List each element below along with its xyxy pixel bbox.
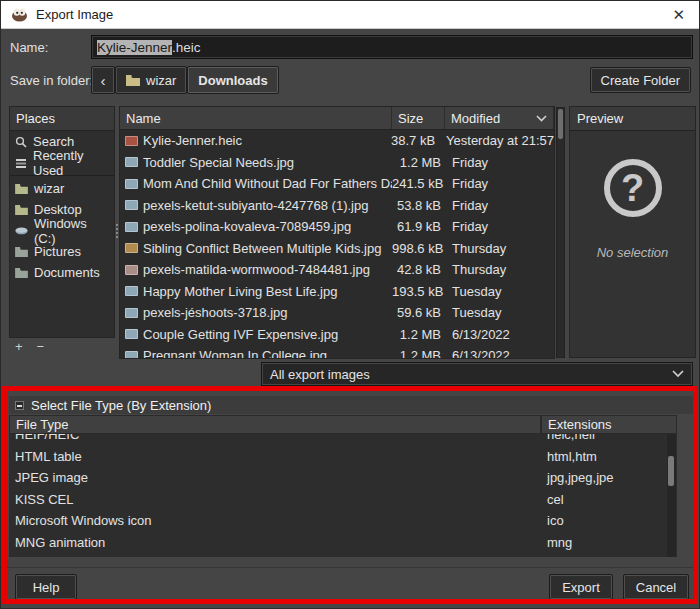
file-row[interactable]: Mom And Child Without Dad For Fathers Da… bbox=[120, 173, 554, 195]
breadcrumb-current-folder[interactable]: Downloads bbox=[187, 66, 278, 94]
file-type-name: HEIF/HEIC bbox=[9, 434, 541, 442]
file-modified: Friday bbox=[445, 155, 554, 170]
file-type-extensions: heic,heif bbox=[541, 434, 677, 442]
select-file-type-label: Select File Type (By Extension) bbox=[31, 398, 211, 413]
file-modified: 6/13/2022 bbox=[445, 327, 554, 342]
sort-chevron-down-icon bbox=[536, 115, 547, 122]
file-row[interactable]: Kylie-Jenner.heic 38.7 kB Yesterday at 2… bbox=[120, 130, 554, 152]
breadcrumb-back-button[interactable]: ‹ bbox=[91, 66, 115, 94]
place-label: Recently Used bbox=[33, 148, 109, 178]
file-size: 42.8 kB bbox=[392, 262, 445, 277]
file-modified: Friday bbox=[445, 198, 554, 213]
file-list-scrollbar[interactable] bbox=[556, 107, 565, 358]
image-file-icon bbox=[125, 286, 138, 296]
preview-panel: Preview ? No selection bbox=[569, 106, 696, 358]
image-file-icon bbox=[125, 265, 138, 275]
image-file-icon bbox=[125, 329, 138, 339]
file-type-row[interactable]: MNG animation mng bbox=[9, 532, 677, 554]
file-type-name: JPEG image bbox=[9, 470, 541, 485]
file-row[interactable]: pexels-jéshoots-3718.jpg 59.6 kB Tuesday bbox=[120, 302, 554, 324]
file-name: Couple Getting IVF Expensive.jpg bbox=[143, 327, 338, 342]
file-row[interactable]: pexels-matilda-wormwood-7484481.jpg 42.8… bbox=[120, 259, 554, 281]
file-type-row[interactable]: JPEG image jpg,jpeg,jpe bbox=[9, 467, 677, 489]
breadcrumb-parent-folder[interactable]: wizar bbox=[115, 66, 187, 94]
save-in-folder-label: Save in folder: bbox=[10, 73, 93, 88]
no-selection-text: No selection bbox=[570, 245, 695, 260]
file-row[interactable]: Happy Mother Living Best Life.jpg 193.5 … bbox=[120, 281, 554, 303]
file-name: pexels-ketut-subiyanto-4247768 (1).jpg bbox=[143, 198, 368, 213]
window-title: Export Image bbox=[36, 7, 113, 22]
file-type-extensions: ico bbox=[541, 513, 677, 528]
help-button[interactable]: Help bbox=[15, 574, 77, 600]
create-folder-button[interactable]: Create Folder bbox=[590, 67, 691, 93]
file-size: 1.2 MB bbox=[392, 327, 445, 342]
search-icon bbox=[15, 136, 27, 148]
file-name: pexels-matilda-wormwood-7484481.jpg bbox=[143, 262, 370, 277]
export-button[interactable]: Export bbox=[549, 574, 613, 600]
file-name: pexels-jéshoots-3718.jpg bbox=[143, 305, 288, 320]
image-file-icon bbox=[125, 200, 138, 210]
name-label: Name: bbox=[10, 40, 48, 55]
file-type-extensions: mng bbox=[541, 535, 677, 550]
folder-icon bbox=[15, 205, 28, 215]
file-type-row[interactable]: HTML table html,htm bbox=[9, 446, 677, 468]
file-type-row[interactable]: Microsoft Windows icon ico bbox=[9, 510, 677, 532]
file-modified: Tuesday bbox=[445, 284, 554, 299]
cancel-button[interactable]: Cancel bbox=[623, 574, 689, 600]
breadcrumb-current-label: Downloads bbox=[198, 73, 267, 88]
file-list-header: Name Size Modified bbox=[120, 107, 554, 130]
breadcrumb-parent-label: wizar bbox=[146, 73, 176, 88]
file-row[interactable]: Pregnant Woman In College.jpg 1.2 MB 6/1… bbox=[120, 345, 554, 359]
folder-icon bbox=[126, 75, 140, 86]
file-modified: Tuesday bbox=[445, 305, 554, 320]
remove-place-button[interactable]: − bbox=[37, 339, 45, 354]
file-size: 61.9 kB bbox=[392, 219, 445, 234]
file-row[interactable]: Toddler Special Needs.jpg 1.2 MB Friday bbox=[120, 152, 554, 174]
close-icon[interactable]: ✕ bbox=[666, 6, 691, 24]
file-list: Name Size Modified Kylie-Jenner.heic 38.… bbox=[119, 106, 555, 359]
file-name: pexels-polina-kovaleva-7089459.jpg bbox=[143, 219, 351, 234]
file-modified: 6/13/2022 bbox=[445, 348, 554, 359]
file-row[interactable]: Sibling Conflict Between Multiple Kids.j… bbox=[120, 238, 554, 260]
place-item-documents[interactable]: Documents bbox=[10, 262, 114, 283]
image-file-icon bbox=[125, 179, 138, 189]
file-row[interactable]: Couple Getting IVF Expensive.jpg 1.2 MB … bbox=[120, 324, 554, 346]
file-type-table-header: File Type Extensions bbox=[9, 415, 677, 434]
column-header-modified[interactable]: Modified bbox=[445, 107, 554, 129]
file-type-row[interactable]: KISS CEL cel bbox=[9, 489, 677, 511]
place-item-recently-used[interactable]: Recently Used bbox=[10, 152, 114, 173]
column-header-name[interactable]: Name bbox=[120, 107, 392, 129]
scrollbar-thumb[interactable] bbox=[668, 456, 674, 486]
splitter-grip-icon bbox=[116, 224, 118, 238]
file-type-extensions: jpg,jpeg,jpe bbox=[541, 470, 677, 485]
file-size: 193.5 kB bbox=[392, 284, 445, 299]
file-size: 998.6 kB bbox=[392, 241, 445, 256]
scrollbar-thumb[interactable] bbox=[558, 109, 563, 139]
export-image-dialog: Export Image ✕ Name: Kylie-Jenner.heic S… bbox=[0, 0, 700, 609]
filename-input[interactable]: Kylie-Jenner.heic bbox=[91, 35, 693, 59]
place-label: wizar bbox=[34, 181, 64, 196]
file-row[interactable]: pexels-polina-kovaleva-7089459.jpg 61.9 … bbox=[120, 216, 554, 238]
breadcrumb: ‹ wizar Downloads bbox=[91, 66, 279, 94]
add-place-button[interactable]: + bbox=[15, 339, 23, 354]
column-header-file-type[interactable]: File Type bbox=[9, 415, 541, 434]
column-header-size[interactable]: Size bbox=[392, 107, 445, 129]
image-file-icon bbox=[125, 157, 138, 167]
column-header-extensions[interactable]: Extensions bbox=[541, 415, 677, 434]
file-modified: Friday bbox=[445, 219, 554, 234]
file-type-name: KISS CEL bbox=[9, 492, 541, 507]
select-file-type-expander[interactable]: Select File Type (By Extension) bbox=[9, 396, 693, 414]
place-item-windows-c[interactable]: Windows (C:) bbox=[10, 220, 114, 241]
places-header: Places bbox=[10, 107, 114, 131]
image-file-icon bbox=[125, 222, 138, 232]
file-filter-dropdown[interactable]: All export images bbox=[261, 362, 693, 386]
preview-header: Preview bbox=[570, 107, 695, 131]
file-filter-value: All export images bbox=[270, 367, 370, 382]
file-type-scrollbar[interactable] bbox=[667, 434, 676, 557]
file-type-row[interactable]: HEIF/HEIC heic,heif bbox=[9, 434, 677, 446]
file-row[interactable]: pexels-ketut-subiyanto-4247768 (1).jpg 5… bbox=[120, 195, 554, 217]
image-file-icon bbox=[125, 136, 138, 146]
file-type-name: HTML table bbox=[9, 449, 541, 464]
place-item-wizar[interactable]: wizar bbox=[10, 178, 114, 199]
file-type-list: HEIF/HEIC heic,heif HTML table html,htm … bbox=[9, 434, 677, 557]
